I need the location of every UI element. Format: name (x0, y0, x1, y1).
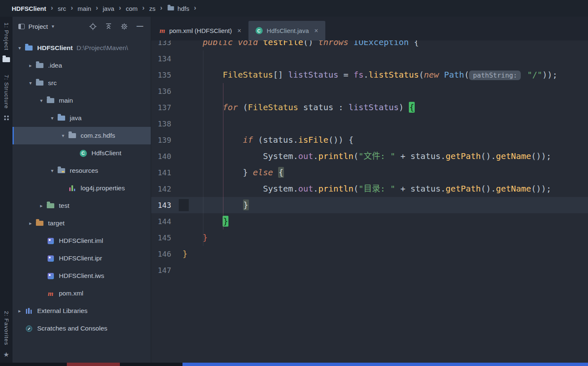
code-line[interactable]: 144 } (151, 213, 588, 230)
code-line[interactable]: 147 (151, 262, 588, 278)
tree-row[interactable]: ▸.idea (13, 57, 151, 74)
line-number[interactable]: 145 (151, 230, 171, 246)
chevron-down-icon[interactable]: ▾ (38, 98, 45, 103)
tree-row[interactable]: ▸test (13, 197, 151, 215)
tree-row[interactable]: ▾java (13, 109, 151, 127)
tree-row-label: target (48, 220, 65, 227)
tree-row-label: log4j.properties (81, 184, 125, 192)
line-number[interactable]: 138 (151, 116, 171, 132)
code-line[interactable]: 134 (151, 50, 588, 67)
tree-row-label: Scratches and Consoles (37, 325, 107, 332)
maven-icon: m (48, 290, 53, 297)
code-line[interactable]: 146} (151, 246, 588, 262)
line-number[interactable]: 139 (151, 132, 171, 148)
chevron-down-icon[interactable]: ▾ (48, 168, 56, 174)
tree-row[interactable]: mpom.xml (13, 285, 151, 302)
line-number[interactable]: 142 (151, 181, 171, 197)
test-folder-icon (47, 203, 54, 208)
star-icon[interactable]: ★ (3, 351, 9, 358)
tree-row-label: pom.xml (59, 290, 84, 297)
breadcrumb-item[interactable]: hdfs (165, 5, 192, 12)
line-number[interactable]: 136 (151, 83, 171, 99)
code-line[interactable]: 142 System.out.println("目录: " + status.g… (151, 181, 588, 197)
chevron-right-icon[interactable]: ▸ (38, 203, 45, 209)
chevron-right-icon[interactable]: ▸ (27, 63, 34, 68)
code-line[interactable]: 137 for (FileStatus status : listStatus)… (151, 99, 588, 116)
code-line[interactable]: 138 (151, 116, 588, 132)
chevron-down-icon[interactable]: ▾ (52, 23, 54, 29)
code-line[interactable]: 133 public void testFile() throws IOExce… (151, 40, 588, 50)
close-icon[interactable]: × (314, 27, 318, 35)
code-line[interactable]: 145 } (151, 230, 588, 246)
collapse-all-icon[interactable] (105, 23, 112, 30)
activity-bar: 1: Project 7: Structure 2: Favorites ★ (0, 17, 13, 363)
line-number[interactable]: 133 (151, 40, 171, 50)
folder-icon (25, 45, 33, 50)
line-number[interactable]: 140 (151, 148, 171, 164)
breadcrumb-item[interactable]: main (75, 5, 94, 12)
line-number[interactable]: 144 (151, 213, 171, 230)
code-line[interactable]: 139 if (status.isFile()) { (151, 132, 588, 148)
tree-row[interactable]: ▸target (13, 215, 151, 232)
chevron-down-icon[interactable]: ▾ (16, 45, 23, 51)
breadcrumb-item[interactable]: HDFSClient (9, 5, 49, 12)
tree-row-path: D:\Project\Maven\ (76, 44, 128, 52)
code-line[interactable]: 136 (151, 83, 588, 99)
chevron-right-icon: › (96, 4, 98, 12)
code-line[interactable]: 140 System.out.println("文件: " + status.g… (151, 148, 588, 164)
code-editor[interactable]: 133 public void testFile() throws IOExce… (151, 40, 588, 363)
code-line[interactable]: 143 } (151, 197, 588, 213)
tree-row[interactable]: ▾resources (13, 162, 151, 179)
folder-icon (167, 6, 174, 10)
tool-button-structure[interactable]: 7: Structure (3, 75, 10, 109)
target-folder-icon (36, 221, 43, 226)
line-number[interactable]: 146 (151, 246, 171, 262)
tree-row[interactable]: Scratches and Consoles (13, 320, 151, 337)
code-line[interactable]: 135 FileStatus[] listStatus = fs.listSta… (151, 67, 588, 83)
panel-title[interactable]: Project (28, 23, 48, 30)
tree-row[interactable]: log4j.properties (13, 179, 151, 197)
chevron-down-icon[interactable]: ▾ (27, 80, 34, 86)
chevron-right-icon[interactable]: ▸ (27, 220, 34, 226)
settings-gear-icon[interactable] (121, 23, 128, 30)
project-tree: ▾HDFSClientD:\Project\Maven\▸.idea▾src▾m… (13, 39, 151, 337)
tree-row[interactable]: HDFSClient.iml (13, 232, 151, 250)
tool-button-project[interactable]: 1: Project (3, 23, 10, 50)
line-number[interactable]: 147 (151, 262, 171, 278)
breadcrumb-item[interactable]: src (55, 5, 68, 12)
scratches-icon (26, 326, 32, 332)
tree-row[interactable]: ▾main (13, 92, 151, 109)
hide-panel-icon[interactable]: — (137, 23, 143, 30)
code-line[interactable]: 141 } else { (151, 164, 588, 181)
grid-icon[interactable] (4, 116, 9, 120)
folder-icon[interactable] (3, 57, 10, 62)
chevron-down-icon[interactable]: ▾ (48, 115, 56, 121)
line-number[interactable]: 141 (151, 164, 171, 181)
breadcrumb-item[interactable]: java (100, 5, 117, 12)
line-number[interactable]: 134 (151, 50, 171, 67)
line-number[interactable]: 135 (151, 67, 171, 83)
tree-row[interactable]: CHdfsClient (13, 144, 151, 162)
clipped-code-line[interactable]: 133 public void testFile() throws IOExce… (151, 40, 588, 50)
line-number[interactable]: 137 (151, 99, 171, 116)
tree-row[interactable]: ▾src (13, 74, 151, 92)
close-icon[interactable]: × (237, 27, 241, 35)
tree-row[interactable]: HDFSClient.ipr (13, 250, 151, 267)
chevron-right-icon[interactable]: ▸ (16, 308, 23, 314)
editor-tab[interactable]: mpom.xml (HDFSClient)× (152, 21, 248, 40)
tree-row[interactable]: ▾com.zs.hdfs (13, 127, 151, 144)
tree-row[interactable]: ▾HDFSClientD:\Project\Maven\ (13, 39, 151, 57)
code-lines: 134135 FileStatus[] listStatus = fs.list… (151, 50, 588, 278)
breadcrumb-item[interactable]: zs (147, 5, 158, 12)
editor-area: mpom.xml (HDFSClient)×CHdfsClient.java× … (151, 17, 588, 363)
editor-tab[interactable]: CHdfsClient.java× (248, 21, 325, 40)
breadcrumb-item[interactable]: com (123, 5, 140, 12)
libraries-icon (26, 308, 32, 314)
locate-file-icon[interactable] (89, 23, 96, 30)
tool-button-favorites[interactable]: 2: Favorites (3, 311, 10, 346)
project-panel-header: Project ▾ — (13, 17, 151, 36)
tree-row[interactable]: HDFSClient.iws (13, 267, 151, 285)
chevron-down-icon[interactable]: ▾ (59, 133, 67, 139)
line-number[interactable]: 143 (151, 197, 171, 213)
tree-row[interactable]: ▸External Libraries (13, 302, 151, 320)
